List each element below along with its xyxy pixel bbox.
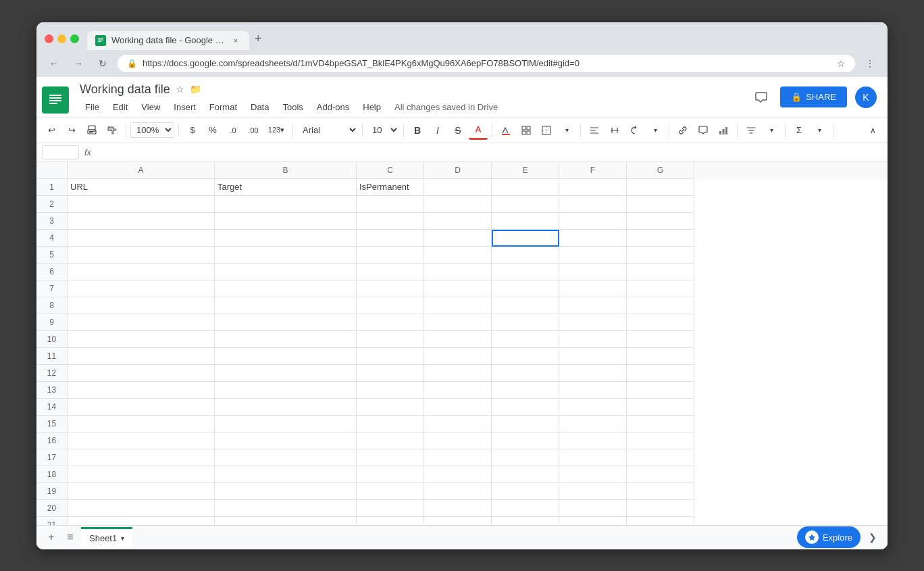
paint-format-button[interactable]	[103, 121, 122, 140]
cell-f17[interactable]	[559, 449, 627, 466]
row-number[interactable]: 3	[36, 213, 68, 230]
cell-e17[interactable]	[492, 449, 559, 466]
cell-c18[interactable]	[357, 466, 424, 483]
row-number[interactable]: 13	[36, 382, 68, 399]
explore-button[interactable]: Explore	[797, 526, 861, 548]
cell-d13[interactable]	[424, 382, 492, 399]
cell-b4[interactable]	[215, 230, 357, 247]
cell-a2[interactable]	[68, 196, 215, 213]
more-formats-button[interactable]: ▾	[557, 121, 576, 140]
cell-g12[interactable]	[627, 365, 694, 382]
more-options-button[interactable]: ⋮	[861, 54, 879, 73]
cell-g5[interactable]	[627, 247, 694, 264]
share-button[interactable]: 🔒 SHARE	[780, 86, 847, 107]
cell-e4[interactable]	[492, 230, 559, 247]
cell-c20[interactable]	[357, 500, 424, 517]
decrease-decimal-button[interactable]: .0	[224, 121, 242, 140]
increase-decimal-button[interactable]: .00	[244, 121, 263, 140]
cell-e8[interactable]	[492, 297, 559, 314]
cell-c17[interactable]	[357, 449, 424, 466]
cell-c2[interactable]	[357, 196, 424, 213]
traffic-light-green[interactable]	[70, 34, 79, 43]
cell-e10[interactable]	[492, 331, 559, 348]
cell-e7[interactable]	[492, 280, 559, 297]
add-sheet-button[interactable]: +	[42, 528, 61, 547]
cell-c12[interactable]	[357, 365, 424, 382]
cell-b18[interactable]	[215, 466, 357, 483]
cell-a21[interactable]	[68, 517, 215, 525]
menu-tools[interactable]: Tools	[277, 99, 308, 115]
cell-c1[interactable]: IsPermanent	[357, 179, 424, 196]
menu-help[interactable]: Help	[357, 99, 386, 115]
cell-f6[interactable]	[559, 264, 627, 280]
cell-e19[interactable]	[492, 483, 559, 500]
cell-b21[interactable]	[215, 517, 357, 525]
currency-button[interactable]: $	[183, 121, 202, 140]
cell-d14[interactable]	[424, 399, 492, 416]
cell-d21[interactable]	[424, 517, 492, 525]
menu-format[interactable]: Format	[204, 99, 242, 115]
cell-f15[interactable]	[559, 416, 627, 432]
cell-e15[interactable]	[492, 416, 559, 432]
column-header-a[interactable]: A	[68, 162, 215, 179]
column-header-e[interactable]: E	[492, 162, 559, 179]
back-button[interactable]: ←	[45, 54, 63, 73]
row-number[interactable]: 16	[36, 432, 68, 449]
cell-a1[interactable]: URL	[68, 179, 215, 196]
cell-g1[interactable]	[627, 179, 694, 196]
menu-edit[interactable]: Edit	[107, 99, 133, 115]
row-number[interactable]: 10	[36, 331, 68, 348]
cell-f14[interactable]	[559, 399, 627, 416]
cell-g17[interactable]	[627, 449, 694, 466]
cell-e14[interactable]	[492, 399, 559, 416]
cell-a14[interactable]	[68, 399, 215, 416]
bookmark-star-icon[interactable]: ☆	[837, 58, 846, 69]
functions-more-button[interactable]: ▾	[810, 121, 829, 140]
cell-b20[interactable]	[215, 500, 357, 517]
cell-f3[interactable]	[559, 213, 627, 230]
cell-c21[interactable]	[357, 517, 424, 525]
row-number[interactable]: 21	[36, 517, 68, 525]
cell-a8[interactable]	[68, 297, 215, 314]
cell-d10[interactable]	[424, 331, 492, 348]
cell-g16[interactable]	[627, 432, 694, 449]
cell-f11[interactable]	[559, 348, 627, 365]
cell-d12[interactable]	[424, 365, 492, 382]
cell-d20[interactable]	[424, 500, 492, 517]
cell-d9[interactable]	[424, 314, 492, 331]
row-number[interactable]: 6	[36, 264, 68, 280]
row-number[interactable]: 4	[36, 230, 68, 247]
cell-c15[interactable]	[357, 416, 424, 432]
cell-reference-input[interactable]	[42, 145, 79, 159]
cell-a16[interactable]	[68, 432, 215, 449]
new-tab-button[interactable]: +	[249, 28, 267, 50]
cell-g4[interactable]	[627, 230, 694, 247]
row-number[interactable]: 9	[36, 314, 68, 331]
merge-cells-button[interactable]	[537, 121, 556, 140]
cell-c5[interactable]	[357, 247, 424, 264]
text-color-button[interactable]: A	[469, 121, 488, 140]
cell-a4[interactable]	[68, 230, 215, 247]
tab-close-button[interactable]: ×	[230, 35, 241, 46]
cell-f18[interactable]	[559, 466, 627, 483]
insert-link-button[interactable]	[673, 121, 692, 140]
cell-e18[interactable]	[492, 466, 559, 483]
row-number[interactable]: 1	[36, 179, 68, 196]
cell-e16[interactable]	[492, 432, 559, 449]
cell-c19[interactable]	[357, 483, 424, 500]
cell-b6[interactable]	[215, 264, 357, 280]
cell-b8[interactable]	[215, 297, 357, 314]
cell-b13[interactable]	[215, 382, 357, 399]
cell-a6[interactable]	[68, 264, 215, 280]
cell-f12[interactable]	[559, 365, 627, 382]
cell-g9[interactable]	[627, 314, 694, 331]
row-number[interactable]: 14	[36, 399, 68, 416]
traffic-light-red[interactable]	[45, 34, 53, 43]
text-rotation-button[interactable]	[625, 121, 644, 140]
fill-color-button[interactable]	[496, 121, 515, 140]
redo-button[interactable]: ↪	[62, 121, 81, 140]
address-bar[interactable]: 🔒 https://docs.google.com/spreadsheets/d…	[118, 55, 855, 72]
number-format-button[interactable]: 123▾	[264, 121, 288, 140]
cell-c7[interactable]	[357, 280, 424, 297]
cell-a10[interactable]	[68, 331, 215, 348]
